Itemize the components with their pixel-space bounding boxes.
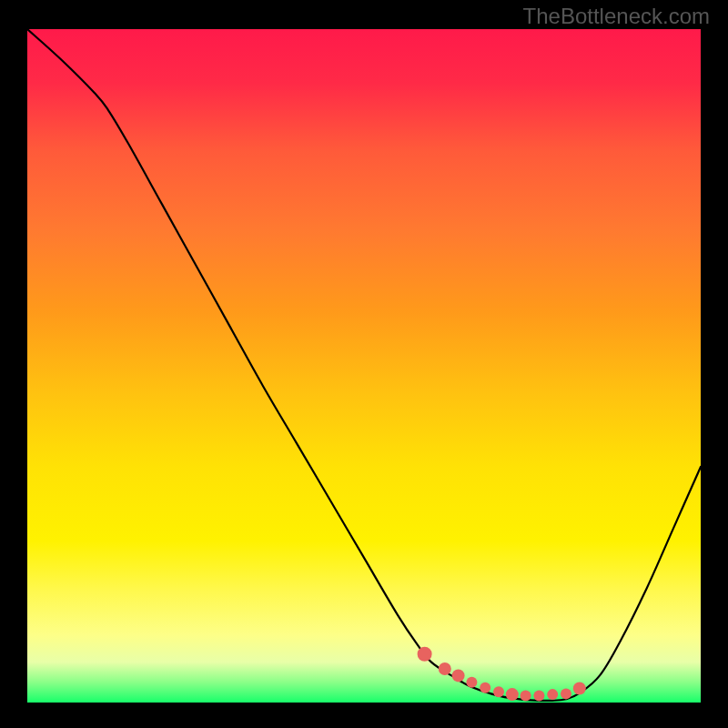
- trough-marker: [418, 647, 432, 662]
- trough-marker: [439, 662, 451, 675]
- trough-marker: [506, 688, 519, 701]
- trough-marker: [521, 691, 531, 702]
- plot-svg: [27, 29, 701, 703]
- plot-area: [27, 29, 701, 703]
- trough-markers: [418, 647, 586, 702]
- trough-marker: [547, 689, 558, 700]
- trough-marker: [480, 682, 490, 693]
- trough-marker: [533, 691, 544, 702]
- watermark-text: TheBottleneck.com: [523, 4, 710, 29]
- trough-marker: [452, 669, 465, 682]
- trough-marker: [493, 686, 504, 697]
- chart-frame: TheBottleneck.com: [0, 0, 728, 728]
- trough-marker: [561, 688, 571, 699]
- trough-marker: [573, 682, 586, 694]
- curve-line: [27, 29, 701, 701]
- trough-marker: [466, 677, 477, 688]
